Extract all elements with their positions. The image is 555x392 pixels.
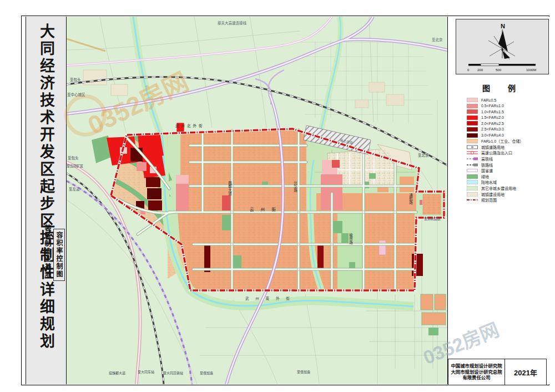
legend-row: FAR≤0.5 (467, 98, 523, 102)
legend-label: 城镇道路用地 (481, 144, 504, 150)
legend: FAR≤0.5 0.5<FAR≤1.0 1.0<FAR≤1.5 1.5<FAR≤… (467, 98, 523, 202)
plan-year: 2021年 (505, 359, 546, 385)
agency-line: 有限责任公司 (462, 375, 490, 381)
label-to-zuoyun: 至左云 (69, 187, 80, 192)
legend-row: 高铁线 (467, 157, 523, 161)
label-road-xinghua: 兴华路 (294, 180, 297, 193)
road-symbol-icon (467, 145, 478, 149)
label-road-weidu: 魏都大道 (228, 180, 232, 197)
legend-row: 2.0<FAR≤2.5 (467, 121, 523, 125)
label-to-datong-east: 至大同东站 (138, 370, 154, 374)
subtitle-map-type: 容积率控制图 (53, 229, 65, 281)
legend-row: 2.5<FAR≤3.0 (467, 127, 523, 132)
label-street-yunzhou: 云 州 街 (250, 207, 279, 212)
page-title: 大同经济技术开发区起步区控制性详细规划 (38, 23, 53, 350)
label-expressway-link: 接天大高速连接线 (218, 21, 247, 26)
legend-row: 0.5<FAR≤1.0 (467, 104, 523, 108)
title-bar: 大同经济技术开发区起步区控制性详细规划 装备制造业基地 容积率控制图 (26, 17, 67, 384)
label-street-south-outer: 武 州 南 外 街 (245, 296, 292, 301)
attribution-box: 中国城市规划设计研究院 大同市规划设计研究总院 有限责任公司 2021年 (448, 359, 547, 385)
boundary-symbol-icon (467, 198, 478, 202)
legend-label: 3.0<FAR≤4.0 (481, 133, 504, 137)
far-swatch (467, 127, 478, 132)
label-to-yungang: 至云冈矿区 (67, 164, 83, 168)
legend-row: 城镇建设用地 (467, 192, 523, 197)
legend-row: 绿地 (467, 174, 523, 179)
label-street-north-outer: 武州北外街 (175, 123, 205, 128)
legend-row: 铁路线 (467, 163, 523, 167)
legend-label: 规划范围 (481, 197, 497, 203)
legend-row: 1.0<FAR≤1.5 (467, 109, 523, 114)
scale-200: 200 (477, 68, 483, 72)
label-to-weidu-avenue: 接魏都大道 (109, 371, 125, 375)
legend-label: 绿地 (481, 174, 489, 179)
legend-label: 1.0<FAR≤1.5 (481, 110, 504, 114)
legend-label: 其它非城乡建设用地 (481, 185, 516, 191)
far-swatch (467, 139, 478, 143)
legend-row: 1.5<FAR≤2.0 (467, 115, 523, 120)
far-swatch (467, 104, 478, 108)
railway-symbol-icon (467, 163, 478, 167)
legend-label: FAR≤0.5 (481, 98, 496, 102)
highway-symbol-icon (467, 150, 478, 155)
legend-label: 1.5<FAR≤2.0 (481, 115, 504, 119)
watermark-ring (64, 94, 107, 137)
design-agency: 中国城市规划设计研究院 大同市规划设计研究总院 有限责任公司 (448, 359, 505, 385)
legend-row: 高速公路及出入口 (467, 150, 523, 155)
provincial-road-symbol-icon (467, 168, 478, 173)
nonurban-swatch (467, 186, 478, 190)
far-swatch (467, 133, 478, 138)
legend-label: 高速公路及出入口 (481, 150, 512, 155)
legend-row: 规划范围 (467, 198, 523, 202)
label-to-baotou-1: 至包头 (70, 77, 81, 82)
scale-0: 0 (467, 68, 470, 72)
legend-label: 陆地水域 (481, 179, 497, 185)
legend-label: 高铁线 (481, 156, 493, 162)
far-swatch (467, 121, 478, 125)
urban-swatch (467, 192, 478, 197)
far-swatch (467, 109, 478, 114)
se-industrial-outside (421, 294, 446, 325)
label-to-beijiazao-1: 至倍加造 (200, 371, 213, 375)
map-canvas: 接天大高速连接线 至北京 至北京 至包头 至中心城区 至包头 至云冈矿区 至左云… (67, 17, 447, 384)
label-road-tonghang: 通航路 (409, 193, 413, 205)
legend-label: 2.0<FAR≤2.5 (481, 122, 504, 125)
far-swatch (467, 115, 478, 120)
scale-bar: 0 200 500 1000M (467, 64, 536, 72)
legend-label: 城镇建设用地 (481, 192, 504, 197)
label-to-beijiazao-2: 至倍加造 (297, 370, 310, 374)
legend-row: 陆地水域 (467, 180, 523, 184)
legend-label: FAR≥1.0（工业、仓储） (481, 138, 523, 144)
north-n-label: N (501, 23, 505, 29)
legend-row: 国省道 (467, 168, 523, 173)
legend-row: FAR≥1.0（工业、仓储） (467, 139, 523, 143)
plan-sheet: 大同经济技术开发区起步区控制性详细规划 装备制造业基地 容积率控制图 (0, 0, 555, 392)
subtitle-base: 装备制造业基地 (43, 224, 52, 279)
legend-label: 0.5<FAR≤1.0 (481, 104, 504, 108)
scale-1000: 1000M (526, 68, 536, 72)
legend-row: 其它非城乡建设用地 (467, 186, 523, 190)
far-swatch (467, 98, 478, 102)
label-to-beijing-rail: 至北京 (418, 153, 429, 158)
scale-500: 500 (496, 68, 502, 72)
agency-line: 中国城市规划设计研究院 (451, 363, 502, 369)
legend-row: 城镇道路用地 (467, 145, 523, 149)
north-arrow-icon: N 0 200 500 1000M (456, 19, 548, 74)
legend-label: 国省道 (481, 168, 493, 173)
green-swatch (467, 174, 478, 179)
water-swatch (467, 180, 478, 184)
label-road-yulin: 榆林路 (349, 233, 353, 245)
right-panel: N 0 200 500 1000M (447, 17, 549, 384)
north-scale-box: N 0 200 500 1000M (456, 19, 549, 74)
label-to-hsr-station: 至大同高铁站 (163, 371, 183, 375)
label-to-aviation-park: 至通航园区 (424, 217, 441, 221)
legend-label: 2.5<FAR≤3.0 (481, 127, 504, 131)
legend-label: 铁路线 (481, 162, 493, 168)
agency-line: 大同市规划设计研究总院 (451, 369, 502, 375)
label-to-baotou-2: 至包头 (68, 155, 79, 160)
legend-title: 图 例 (448, 82, 550, 93)
label-to-beijing-top: 至北京 (432, 37, 443, 42)
hsr-symbol-icon (467, 157, 478, 161)
legend-row: 3.0<FAR≤4.0 (467, 133, 523, 138)
plan-map: 接天大高速连接线 至北京 至北京 至包头 至中心城区 至包头 至云冈矿区 至左云… (67, 17, 447, 384)
